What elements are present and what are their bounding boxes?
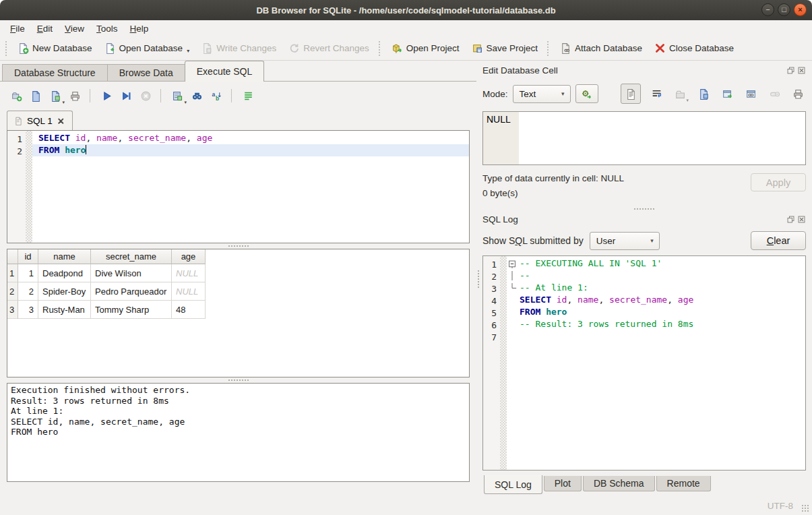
bottom-tab-db-schema[interactable]: DB Schema [583,476,655,491]
bottom-tab-plot[interactable]: Plot [544,476,582,491]
table-cell[interactable]: NULL [172,264,206,282]
bottom-tab-bar: SQL LogPlotDB SchemaRemote [482,476,806,496]
editor-results-splitter[interactable] [0,243,476,249]
find-icon [191,90,203,102]
float-icon[interactable] [786,66,795,75]
find-button[interactable] [189,88,206,104]
open-database-icon [104,42,116,54]
mode-combobox[interactable]: Text ▾ [513,85,571,103]
table-cell[interactable]: Pedro Parqueador [91,282,172,301]
open-sql-button[interactable] [28,88,44,104]
cell-value-editor[interactable]: NULL [482,111,806,165]
column-header-age[interactable]: age [172,249,206,264]
results-message-splitter[interactable] [0,377,476,383]
sql-editor[interactable]: 12 SELECT id, name, secret_name, ageFROM… [7,130,470,243]
print-button[interactable] [67,88,84,104]
execute-line-icon [121,90,132,102]
column-header-name[interactable]: name [38,249,91,264]
sql-log-view[interactable]: 1234567 -- EXECUTING ALL IN 'SQL 1'---- … [482,255,806,471]
toolbar-separator [90,89,92,102]
print-cell-button[interactable] [790,86,806,102]
link-button[interactable] [743,86,759,102]
open-external-button[interactable] [719,86,735,102]
dock-close-icon[interactable] [797,66,806,75]
save-project-button[interactable]: Save Project [466,40,544,57]
toolbar-separator [379,41,382,56]
row-number[interactable]: 2 [7,282,18,301]
execution-message-area[interactable]: Execution finished without errors.Result… [7,383,470,482]
close-tab-icon[interactable] [57,117,65,125]
bottom-tab-remote[interactable]: Remote [656,476,711,491]
format-sql-button[interactable]: ab [208,88,225,104]
table-cell[interactable]: Dive Wilson [91,264,172,282]
new-database-icon [18,42,29,54]
fold-space [507,294,517,306]
toggle-results-button[interactable] [240,88,257,104]
menu-item-file[interactable]: File [4,22,31,35]
resize-grip[interactable] [801,504,809,512]
titlebar[interactable]: DB Browser for SQLite - /home/user/code/… [0,0,812,20]
table-cell[interactable]: Tommy Sharp [91,301,172,319]
menu-item-edit[interactable]: Edit [31,22,59,35]
close-database-button[interactable]: Close Database [648,40,740,57]
menu-item-tools[interactable]: Tools [90,22,124,35]
submitted-by-combobox[interactable]: User ▾ [590,232,660,250]
fold-markers[interactable] [507,256,517,470]
word-wrap-button[interactable] [648,86,664,102]
log-line: -- Result: 3 rows returned in 8ms [517,318,805,330]
sql-code-area[interactable]: SELECT id, name, secret_name, ageFROM he… [32,131,469,243]
table-cell[interactable]: 1 [18,264,38,282]
save-results-button[interactable]: ▾ [169,88,186,104]
open-database-button[interactable]: Open Database▾ [98,40,196,57]
close-button[interactable]: × [794,3,807,16]
results-table[interactable]: idnamesecret_nameage11DeadpondDive Wilso… [7,249,470,377]
minimize-button[interactable]: − [761,3,774,16]
text-mode-button[interactable] [621,84,641,104]
export-cell-button[interactable] [695,86,712,102]
tab-browse-data[interactable]: Browse Data [107,64,185,82]
table-cell[interactable]: 48 [172,301,206,319]
column-header-secret_name[interactable]: secret_name [91,249,172,264]
main-tab-bar: Database StructureBrowse DataExecute SQL [0,61,476,82]
row-number[interactable]: 1 [7,264,18,282]
attach-database-button[interactable]: Attach Database [554,40,648,57]
row-number[interactable]: 3 [7,301,18,319]
execute-line-button[interactable] [118,88,135,104]
bottom-tab-sql-log[interactable]: SQL Log [484,475,542,494]
table-cell[interactable]: Spider-Boy [38,282,91,301]
encoding-indicator[interactable]: UTF-8 [768,501,793,511]
execute-all-button[interactable] [98,88,115,104]
menu-item-view[interactable]: View [59,22,90,35]
log-line [517,330,805,342]
right-panel: Edit Database Cell Mode: Text ▾ ▾ NULL [480,61,812,497]
table-cell[interactable]: 3 [18,301,38,319]
dock-close-icon[interactable] [797,215,806,224]
new-database-button[interactable]: New Database [11,40,98,57]
new-tab-button[interactable] [8,88,25,104]
table-cell[interactable]: Rusty-Man [38,301,91,319]
table-cell[interactable]: 2 [18,282,38,301]
apply-button[interactable]: Apply [751,173,806,191]
fold-marker[interactable] [507,258,517,270]
import-data-button[interactable] [575,84,598,103]
edit-cell-title: Edit Database Cell [482,65,558,75]
menu-item-help[interactable]: Help [124,22,155,35]
text-mode-icon [625,88,637,100]
open-sql-icon [30,90,42,102]
tab-database-structure[interactable]: Database Structure [2,64,108,82]
table-cell[interactable]: NULL [172,282,206,301]
sql-doc-tab[interactable]: SQL 1 [7,111,73,130]
table-cell[interactable]: Deadpond [38,264,91,282]
save-sql-button[interactable]: ▾ [47,88,64,104]
float-icon[interactable] [786,215,795,224]
fold-margin [26,131,32,243]
open-project-button[interactable]: Open Project [385,40,466,57]
clear-log-button[interactable]: Clear [751,231,806,250]
cell-log-splitter[interactable] [482,206,806,212]
message-line: FROM hero [11,427,466,437]
log-line: -- EXECUTING ALL IN 'SQL 1' [517,258,805,270]
tab-execute-sql[interactable]: Execute SQL [185,61,265,82]
toolbar-handle[interactable] [5,41,9,56]
column-header-id[interactable]: id [18,249,38,264]
maximize-button[interactable]: □ [778,3,790,16]
